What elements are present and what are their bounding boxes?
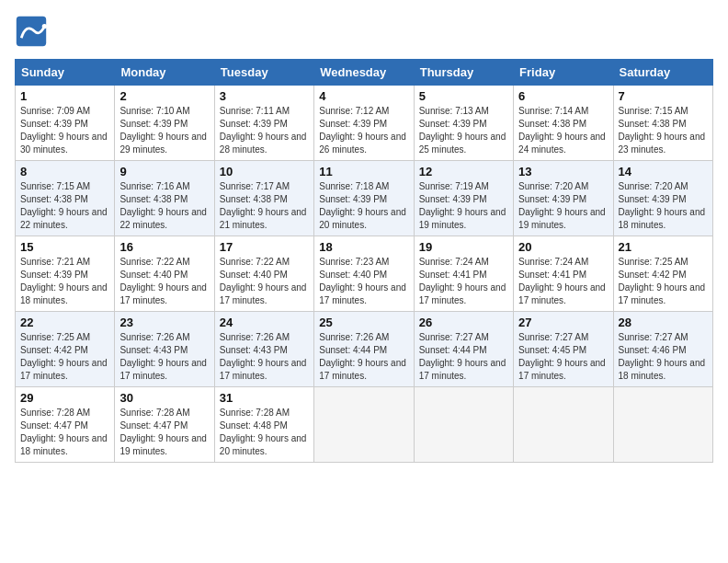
day-number: 23 — [119, 316, 209, 329]
calendar-cell — [314, 387, 414, 463]
day-number: 31 — [220, 391, 309, 405]
day-number: 29 — [20, 391, 109, 405]
day-detail: Sunrise: 7:23 AMSunset: 4:40 PMDaylight:… — [319, 257, 406, 305]
day-detail: Sunrise: 7:25 AMSunset: 4:42 PMDaylight:… — [20, 332, 108, 381]
day-detail: Sunrise: 7:18 AMSunset: 4:39 PMDaylight:… — [319, 181, 406, 230]
day-detail: Sunrise: 7:20 AMSunset: 4:39 PMDaylight:… — [619, 181, 706, 230]
calendar-week-row: 8Sunrise: 7:15 AMSunset: 4:38 PMDaylight… — [16, 161, 713, 236]
calendar-cell: 1Sunrise: 7:09 AMSunset: 4:39 PMDaylight… — [16, 86, 115, 161]
calendar-cell: 22Sunrise: 7:25 AMSunset: 4:42 PMDayligh… — [16, 312, 115, 387]
calendar-header-row: SundayMondayTuesdayWednesdayThursdayFrid… — [16, 60, 713, 86]
day-number: 6 — [518, 89, 608, 103]
day-detail: Sunrise: 7:26 AMSunset: 4:44 PMDaylight:… — [319, 332, 406, 381]
calendar-table: SundayMondayTuesdayWednesdayThursdayFrid… — [15, 59, 713, 463]
calendar-cell: 21Sunrise: 7:25 AMSunset: 4:42 PMDayligh… — [613, 236, 712, 312]
calendar-cell: 13Sunrise: 7:20 AMSunset: 4:39 PMDayligh… — [514, 161, 613, 236]
day-number: 2 — [119, 89, 209, 103]
day-detail: Sunrise: 7:11 AMSunset: 4:39 PMDaylight:… — [220, 106, 307, 155]
weekday-header: Friday — [514, 60, 613, 86]
day-number: 25 — [319, 316, 408, 329]
calendar-cell: 27Sunrise: 7:27 AMSunset: 4:45 PMDayligh… — [514, 312, 613, 387]
day-number: 22 — [20, 316, 109, 329]
day-detail: Sunrise: 7:26 AMSunset: 4:43 PMDaylight:… — [119, 332, 207, 381]
calendar-cell: 14Sunrise: 7:20 AMSunset: 4:39 PMDayligh… — [613, 161, 712, 236]
calendar-cell: 16Sunrise: 7:22 AMSunset: 4:40 PMDayligh… — [115, 236, 214, 312]
calendar-cell: 29Sunrise: 7:28 AMSunset: 4:47 PMDayligh… — [16, 387, 115, 463]
calendar-cell: 23Sunrise: 7:26 AMSunset: 4:43 PMDayligh… — [115, 312, 214, 387]
day-detail: Sunrise: 7:16 AMSunset: 4:38 PMDaylight:… — [119, 181, 207, 230]
calendar-cell: 4Sunrise: 7:12 AMSunset: 4:39 PMDaylight… — [314, 86, 414, 161]
day-number: 17 — [220, 240, 309, 254]
day-detail: Sunrise: 7:24 AMSunset: 4:41 PMDaylight:… — [518, 257, 606, 305]
weekday-header: Sunday — [16, 60, 115, 86]
calendar-cell: 7Sunrise: 7:15 AMSunset: 4:38 PMDaylight… — [613, 86, 712, 161]
day-detail: Sunrise: 7:21 AMSunset: 4:39 PMDaylight:… — [20, 257, 108, 305]
day-number: 14 — [619, 165, 708, 178]
calendar-cell: 25Sunrise: 7:26 AMSunset: 4:44 PMDayligh… — [314, 312, 414, 387]
calendar-cell: 28Sunrise: 7:27 AMSunset: 4:46 PMDayligh… — [613, 312, 712, 387]
day-detail: Sunrise: 7:25 AMSunset: 4:42 PMDaylight:… — [619, 257, 706, 305]
day-number: 16 — [119, 240, 209, 254]
calendar-cell: 26Sunrise: 7:27 AMSunset: 4:44 PMDayligh… — [414, 312, 513, 387]
weekday-header: Monday — [115, 60, 214, 86]
day-number: 18 — [319, 240, 408, 254]
day-detail: Sunrise: 7:28 AMSunset: 4:47 PMDaylight:… — [119, 408, 207, 456]
calendar-cell: 17Sunrise: 7:22 AMSunset: 4:40 PMDayligh… — [214, 236, 313, 312]
day-number: 13 — [518, 165, 608, 178]
day-number: 10 — [220, 165, 309, 178]
day-number: 5 — [419, 89, 508, 103]
day-number: 27 — [518, 316, 608, 329]
calendar-week-row: 15Sunrise: 7:21 AMSunset: 4:39 PMDayligh… — [16, 236, 713, 312]
day-number: 1 — [20, 89, 109, 103]
calendar-cell — [613, 387, 712, 463]
day-detail: Sunrise: 7:27 AMSunset: 4:46 PMDaylight:… — [619, 332, 706, 381]
calendar-cell: 5Sunrise: 7:13 AMSunset: 4:39 PMDaylight… — [414, 86, 513, 161]
day-number: 20 — [518, 240, 608, 254]
day-detail: Sunrise: 7:09 AMSunset: 4:39 PMDaylight:… — [20, 106, 108, 155]
day-number: 19 — [419, 240, 508, 254]
day-number: 9 — [119, 165, 209, 178]
calendar-week-row: 22Sunrise: 7:25 AMSunset: 4:42 PMDayligh… — [16, 312, 713, 387]
calendar-cell: 9Sunrise: 7:16 AMSunset: 4:38 PMDaylight… — [115, 161, 214, 236]
day-number: 30 — [119, 391, 209, 405]
day-detail: Sunrise: 7:22 AMSunset: 4:40 PMDaylight:… — [220, 257, 307, 305]
day-detail: Sunrise: 7:12 AMSunset: 4:39 PMDaylight:… — [319, 106, 406, 155]
day-detail: Sunrise: 7:20 AMSunset: 4:39 PMDaylight:… — [518, 181, 606, 230]
calendar-cell: 15Sunrise: 7:21 AMSunset: 4:39 PMDayligh… — [16, 236, 115, 312]
calendar-cell: 3Sunrise: 7:11 AMSunset: 4:39 PMDaylight… — [214, 86, 313, 161]
day-detail: Sunrise: 7:28 AMSunset: 4:47 PMDaylight:… — [20, 408, 108, 456]
logo-icon — [15, 15, 48, 48]
day-number: 11 — [319, 165, 408, 178]
calendar-cell: 11Sunrise: 7:18 AMSunset: 4:39 PMDayligh… — [314, 161, 414, 236]
day-number: 12 — [419, 165, 508, 178]
day-detail: Sunrise: 7:17 AMSunset: 4:38 PMDaylight:… — [220, 181, 307, 230]
calendar-body: 1Sunrise: 7:09 AMSunset: 4:39 PMDaylight… — [16, 86, 713, 463]
day-number: 15 — [20, 240, 109, 254]
day-detail: Sunrise: 7:28 AMSunset: 4:48 PMDaylight:… — [220, 408, 307, 456]
calendar-cell: 31Sunrise: 7:28 AMSunset: 4:48 PMDayligh… — [214, 387, 313, 463]
day-detail: Sunrise: 7:13 AMSunset: 4:39 PMDaylight:… — [419, 106, 506, 155]
calendar-cell: 10Sunrise: 7:17 AMSunset: 4:38 PMDayligh… — [214, 161, 313, 236]
calendar-cell: 18Sunrise: 7:23 AMSunset: 4:40 PMDayligh… — [314, 236, 414, 312]
calendar-cell — [514, 387, 613, 463]
day-number: 3 — [220, 89, 309, 103]
day-number: 8 — [20, 165, 109, 178]
day-detail: Sunrise: 7:14 AMSunset: 4:38 PMDaylight:… — [518, 106, 606, 155]
day-detail: Sunrise: 7:24 AMSunset: 4:41 PMDaylight:… — [419, 257, 506, 305]
calendar-cell: 30Sunrise: 7:28 AMSunset: 4:47 PMDayligh… — [115, 387, 214, 463]
day-detail: Sunrise: 7:15 AMSunset: 4:38 PMDaylight:… — [20, 181, 108, 230]
weekday-header: Saturday — [613, 60, 712, 86]
calendar-week-row: 1Sunrise: 7:09 AMSunset: 4:39 PMDaylight… — [16, 86, 713, 161]
weekday-header: Tuesday — [214, 60, 313, 86]
day-detail: Sunrise: 7:19 AMSunset: 4:39 PMDaylight:… — [419, 181, 506, 230]
calendar-cell: 8Sunrise: 7:15 AMSunset: 4:38 PMDaylight… — [16, 161, 115, 236]
day-number: 7 — [619, 89, 708, 103]
day-number: 28 — [619, 316, 708, 329]
calendar-cell: 19Sunrise: 7:24 AMSunset: 4:41 PMDayligh… — [414, 236, 513, 312]
day-detail: Sunrise: 7:27 AMSunset: 4:45 PMDaylight:… — [518, 332, 606, 381]
calendar-week-row: 29Sunrise: 7:28 AMSunset: 4:47 PMDayligh… — [16, 387, 713, 463]
calendar-cell: 20Sunrise: 7:24 AMSunset: 4:41 PMDayligh… — [514, 236, 613, 312]
logo — [15, 15, 51, 48]
day-number: 24 — [220, 316, 309, 329]
day-detail: Sunrise: 7:15 AMSunset: 4:38 PMDaylight:… — [619, 106, 706, 155]
